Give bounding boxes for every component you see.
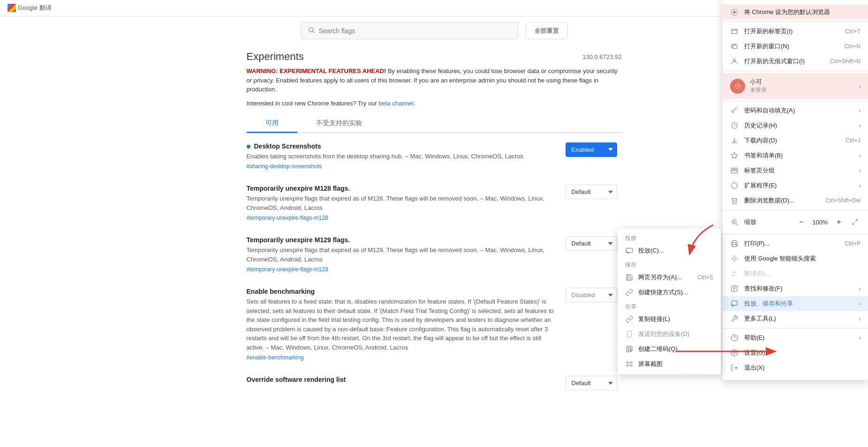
warning-text: WARNING: EXPERIMENTAL FEATURES AHEAD! By… bbox=[247, 67, 622, 94]
sub-menu-item-create-qr[interactable]: 创建二维码(Q) bbox=[618, 342, 721, 357]
flag-select[interactable]: Disabled Default Enabled bbox=[566, 288, 617, 302]
svg-rect-12 bbox=[734, 168, 738, 170]
google-lens-label: 使用 Google 智能镜头搜索 bbox=[744, 254, 816, 263]
find-icon bbox=[730, 284, 739, 293]
flag-item: Temporarily unexpire M129 flags. Tempora… bbox=[247, 236, 622, 276]
flag-item: Desktop Screenshots Enables taking scree… bbox=[247, 142, 622, 174]
menu-item-tab-groups[interactable]: 标签页分组 › bbox=[723, 163, 868, 178]
extensions-icon bbox=[730, 181, 739, 190]
menu-item-more-tools[interactable]: 更多工具(L) › bbox=[723, 311, 868, 326]
cast-save-share-icon bbox=[730, 299, 739, 308]
flag-info: Enable benchmarking Sets all features to… bbox=[247, 288, 566, 361]
flag-select-wrap: Disabled Default Enabled bbox=[566, 288, 622, 302]
menu-item-history[interactable]: 历史记录(H) › bbox=[723, 118, 868, 133]
history-icon bbox=[730, 121, 739, 130]
extensions-label: 扩展程序(E) bbox=[744, 181, 777, 190]
menu-item-downloads[interactable]: 下载内容(D) Ctrl+J bbox=[723, 133, 868, 148]
history-arrow-icon: › bbox=[859, 123, 860, 128]
menu-item-new-tab[interactable]: 打开新的标签页(I) Ctrl+T bbox=[723, 24, 868, 39]
menu-item-incognito[interactable]: 打开新的无痕式窗口(I) Ctrl+Shift+N bbox=[723, 54, 868, 69]
experiments-header: Experiments 130.0.6723.92 bbox=[247, 51, 622, 63]
more-tools-label: 更多工具(L) bbox=[744, 314, 776, 323]
reset-all-button[interactable]: 全部重置 bbox=[526, 22, 568, 39]
cast-section-label: 投放 bbox=[618, 231, 721, 243]
zoom-plus-button[interactable]: + bbox=[832, 216, 845, 229]
svg-point-8 bbox=[732, 110, 734, 112]
fullscreen-button[interactable] bbox=[849, 216, 860, 228]
menu-item-left: 下载内容(D) bbox=[730, 136, 777, 145]
create-shortcut-label: 创建快捷方式(S)... bbox=[638, 288, 688, 297]
zoom-controls: − 100% + bbox=[795, 216, 860, 229]
cast-item-icon bbox=[625, 246, 634, 255]
sub-menu-item-screenshot[interactable]: 屏幕截图 bbox=[618, 357, 721, 372]
sub-menu-item-send-device[interactable]: 发送到您的设备(D) bbox=[618, 327, 721, 342]
menu-item-find-edit[interactable]: 查找和修改(F) › bbox=[723, 281, 868, 296]
interested-label: Interested in cool new Chrome features? … bbox=[247, 100, 379, 107]
cast-save-share-label: 投放、保存和分享 bbox=[744, 299, 793, 308]
flag-info: Temporarily unexpire M129 flags. Tempora… bbox=[247, 236, 566, 273]
menu-item-user[interactable]: 小 小可 未登录 › bbox=[723, 73, 868, 99]
flag-item: Enable benchmarking Sets all features to… bbox=[247, 288, 622, 365]
google-translate-label: Google 翻译 bbox=[18, 4, 52, 12]
flag-link[interactable]: #sharing-desktop-screenshots bbox=[247, 163, 322, 170]
new-window-label: 打开新的窗口(N) bbox=[744, 42, 789, 51]
flag-item: Temporarily unexpire M128 flags. Tempora… bbox=[247, 185, 622, 225]
help-label: 帮助(E) bbox=[744, 334, 764, 342]
google-translate-logo: Google 翻译 bbox=[8, 4, 52, 12]
cast-save-share-arrow-icon: › bbox=[859, 301, 860, 306]
flag-link[interactable]: #temporary-unexpire-flags-m129 bbox=[247, 266, 328, 273]
menu-item-exit[interactable]: 退出(X) bbox=[723, 360, 868, 375]
svg-rect-13 bbox=[731, 171, 737, 173]
flag-select[interactable]: Default Enabled Disabled bbox=[566, 185, 617, 199]
menu-item-cast-save-share[interactable]: 投放、保存和分享 › bbox=[723, 296, 868, 311]
find-edit-arrow-icon: › bbox=[859, 286, 860, 291]
menu-item-left: 查找和修改(F) bbox=[730, 284, 783, 293]
menu-item-zoom: 缩放 − 100% + bbox=[723, 212, 868, 232]
search-input[interactable] bbox=[319, 27, 511, 35]
history-label: 历史记录(H) bbox=[744, 121, 777, 130]
passwords-label: 密码和自动填充(A) bbox=[744, 106, 795, 115]
clear-data-label: 删除浏览数据(D)... bbox=[744, 196, 794, 205]
menu-item-settings[interactable]: 设置(G) bbox=[723, 345, 868, 360]
menu-item-translate[interactable]: 翻译(R)... bbox=[723, 266, 868, 281]
sub-menu-item-create-shortcut[interactable]: 创建快捷方式(S)... bbox=[618, 285, 721, 300]
tab-groups-arrow-icon: › bbox=[859, 168, 860, 173]
menu-item-help[interactable]: 帮助(E) › bbox=[723, 330, 868, 345]
sub-menu-item-save-page[interactable]: 网页另存为(A)... Ctrl+S bbox=[618, 270, 721, 285]
user-status: 未登录 bbox=[750, 86, 859, 94]
tab-unsupported[interactable]: 不受支持的实验 bbox=[297, 114, 381, 132]
flag-select[interactable]: Default Enabled Disabled bbox=[566, 376, 617, 390]
menu-item-left: 缩放 bbox=[730, 218, 756, 226]
tab-groups-label: 标签页分组 bbox=[744, 166, 775, 175]
svg-rect-34 bbox=[626, 346, 629, 349]
search-input-container bbox=[301, 22, 518, 39]
menu-item-clear-data[interactable]: 删除浏览数据(D)... Ctrl+Shift+Del bbox=[723, 193, 868, 208]
menu-item-left: 翻译(R)... bbox=[730, 269, 770, 278]
sub-menu-item-copy-link[interactable]: 复制链接(L) bbox=[618, 312, 721, 327]
zoom-minus-button[interactable]: − bbox=[795, 216, 808, 229]
menu-item-extensions[interactable]: 扩展程序(E) › bbox=[723, 178, 868, 193]
menu-item-bookmarks[interactable]: 书签和清单(B) › bbox=[723, 148, 868, 163]
beta-channel-link[interactable]: beta channel bbox=[378, 100, 413, 107]
save-page-icon bbox=[625, 273, 634, 282]
svg-rect-20 bbox=[732, 244, 736, 246]
sub-menu-item-cast[interactable]: 投放(C)... bbox=[618, 243, 721, 258]
flag-select[interactable]: Enabled Default Disabled bbox=[566, 142, 617, 157]
menu-item-left: 密码和自动填充(A) bbox=[730, 106, 795, 115]
flag-link[interactable]: #enable-benchmarking bbox=[247, 354, 304, 361]
menu-item-left: 书签和清单(B) bbox=[730, 151, 783, 160]
menu-item-print[interactable]: 打印(P)... Ctrl+P bbox=[723, 236, 868, 251]
flag-info: Temporarily unexpire M128 flags. Tempora… bbox=[247, 185, 566, 221]
menu-item-left: 帮助(E) bbox=[730, 334, 764, 342]
new-tab-shortcut: Ctrl+T bbox=[845, 28, 860, 35]
flag-title: Temporarily unexpire M128 flags. bbox=[247, 185, 556, 192]
menu-item-default-browser[interactable]: 将 Chrome 设为您的默认浏览器 bbox=[723, 5, 868, 20]
flag-link[interactable]: #temporary-unexpire-flags-m128 bbox=[247, 215, 328, 221]
default-browser-label: 将 Chrome 设为您的默认浏览器 bbox=[744, 8, 830, 16]
flag-select[interactable]: Default Enabled Disabled bbox=[566, 236, 617, 251]
menu-item-left: 打开新的标签页(I) bbox=[730, 27, 793, 36]
menu-item-passwords[interactable]: 密码和自动填充(A) › bbox=[723, 103, 868, 118]
tab-available[interactable]: 可用 bbox=[247, 114, 297, 132]
menu-item-new-window[interactable]: 打开新的窗口(N) Ctrl+N bbox=[723, 39, 868, 54]
menu-item-google-lens[interactable]: 使用 Google 智能镜头搜索 bbox=[723, 251, 868, 266]
